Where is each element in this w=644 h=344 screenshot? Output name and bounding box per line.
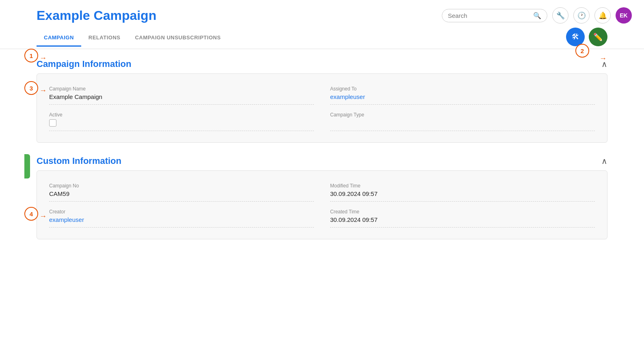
settings-icon-btn[interactable]: 🔧	[552, 7, 568, 24]
active-checkbox-wrapper	[49, 119, 314, 127]
annotation-4-arrow: →	[39, 212, 47, 221]
header-actions: 🔍 🔧 🕐 🔔 EK	[442, 7, 632, 24]
custom-info-card: Campaign No CAM59 Modified Time 30.09.20…	[37, 170, 607, 239]
field-campaign-no: Campaign No CAM59	[49, 179, 314, 202]
annotation-1: 1	[24, 49, 38, 62]
tab-campaign-unsubscriptions[interactable]: CAMPAIGN UNSUBSCRIPTIONS	[128, 30, 228, 47]
custom-info-collapse-btn[interactable]: ∧	[601, 156, 607, 166]
created-time-value: 30.09.2024 09:57	[330, 216, 595, 223]
field-modified-time: Modified Time 30.09.2024 09:57	[330, 179, 595, 202]
page-title: Example Campaign	[37, 8, 156, 23]
modified-time-value: 30.09.2024 09:57	[330, 190, 595, 197]
campaign-information-section: Campaign Information ∧ Campaign Name Exa…	[0, 53, 644, 143]
custom-info-title: Custom Information	[37, 156, 121, 166]
active-label: Active	[49, 112, 314, 118]
field-row-1: Campaign Name Example Campaign Assigned …	[49, 82, 595, 108]
active-checkbox[interactable]	[49, 119, 56, 127]
custom-field-row-2: Creator exampleuser Created Time 30.09.2…	[49, 205, 595, 231]
campaign-info-title: Campaign Information	[37, 59, 131, 69]
edit-icon: ✏️	[593, 32, 603, 42]
user-avatar[interactable]: EK	[616, 7, 632, 24]
field-created-time: Created Time 30.09.2024 09:57	[330, 205, 595, 228]
tab-bar: CAMPAIGN RELATIONS CAMPAIGN UNSUBSCRIPTI…	[0, 28, 644, 49]
search-icon: 🔍	[533, 12, 541, 19]
notification-icon-btn[interactable]: 🔔	[594, 7, 611, 24]
assigned-to-value[interactable]: exampleuser	[330, 93, 595, 100]
campaign-name-label: Campaign Name	[49, 86, 314, 92]
bell-icon: 🔔	[599, 11, 607, 20]
campaign-name-value: Example Campaign	[49, 93, 314, 100]
campaign-no-value: CAM59	[49, 190, 314, 197]
header: Example Campaign 🔍 🔧 🕐 🔔 EK	[0, 0, 644, 28]
annotation-3-arrow: →	[39, 86, 47, 95]
edit-button[interactable]: ✏️	[589, 28, 607, 46]
custom-field-row-1: Campaign No CAM59 Modified Time 30.09.20…	[49, 179, 595, 205]
creator-label: Creator	[49, 209, 314, 215]
wrench-icon: 🔧	[556, 11, 565, 20]
annotation-1-arrow: →	[39, 54, 47, 62]
campaign-no-label: Campaign No	[49, 183, 314, 189]
assigned-to-label: Assigned To	[330, 86, 595, 92]
modified-time-label: Modified Time	[330, 183, 595, 189]
creator-value[interactable]: exampleuser	[49, 216, 314, 223]
history-icon-btn[interactable]: 🕐	[573, 7, 590, 24]
campaign-type-label: Campaign Type	[330, 112, 595, 118]
created-time-label: Created Time	[330, 209, 595, 215]
annotation-3: 3	[24, 81, 38, 95]
tab-campaign[interactable]: CAMPAIGN	[37, 30, 81, 47]
field-row-2: Active Campaign Type	[49, 108, 595, 134]
field-active: Active	[49, 108, 314, 131]
field-campaign-name: Campaign Name Example Campaign	[49, 82, 314, 105]
search-box[interactable]: 🔍	[442, 9, 547, 22]
annotation-2: 2	[575, 44, 589, 58]
search-input[interactable]	[448, 12, 531, 19]
tools-icon: 🛠	[572, 32, 579, 41]
custom-information-section: Custom Information ∧ Campaign No CAM59 M…	[0, 150, 644, 239]
annotation-2-arrow: →	[599, 54, 607, 63]
tab-relations[interactable]: RELATIONS	[81, 30, 128, 47]
field-campaign-type: Campaign Type	[330, 108, 595, 131]
campaign-info-header: Campaign Information ∧	[37, 53, 607, 73]
annotation-4: 4	[24, 207, 38, 221]
field-assigned-to: Assigned To exampleuser	[330, 82, 595, 105]
field-creator: Creator exampleuser	[49, 205, 314, 228]
custom-info-header: Custom Information ∧	[37, 150, 607, 170]
history-icon: 🕐	[577, 11, 586, 20]
campaign-info-card: Campaign Name Example Campaign Assigned …	[37, 73, 607, 143]
